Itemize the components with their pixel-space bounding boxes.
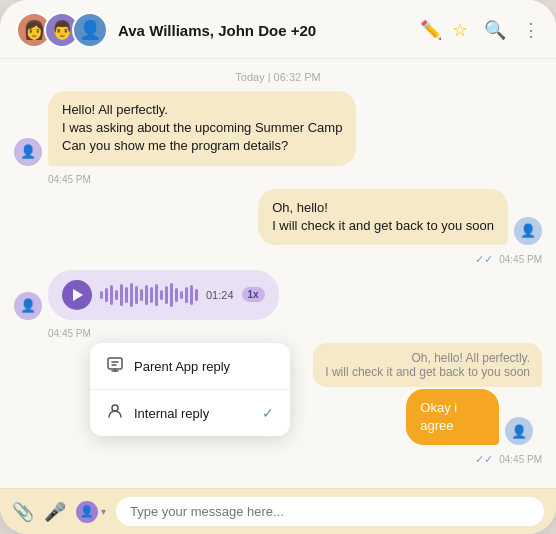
quote-wrap: Oh, hello! All perfectly. I will check i… <box>313 343 542 445</box>
user-avatar-small: 👤 <box>76 501 98 523</box>
sender-avatar-4: 👤 <box>505 417 533 445</box>
chat-header: 👩 👨 👤 Ava Williams, John Doe +20 ✏️ ☆ 🔍 … <box>0 0 556 59</box>
chat-title: Ava Williams, John Doe +20 <box>118 22 410 39</box>
message-input[interactable] <box>116 497 544 526</box>
bubble-outgoing-2: Oh, hello! I will check it and get back … <box>258 189 508 245</box>
edit-icon[interactable]: ✏️ <box>420 19 442 41</box>
user-selector[interactable]: 👤 ▾ <box>76 501 106 523</box>
parent-reply-label: Parent App reply <box>134 359 230 374</box>
time-label-2: ✓✓ 04:45 PM <box>14 253 542 266</box>
sender-avatar-1: 👤 <box>14 138 42 166</box>
internal-reply-label: Internal reply <box>134 406 209 421</box>
play-button[interactable] <box>62 280 92 310</box>
svg-rect-0 <box>108 358 122 369</box>
message-row-outgoing-2: Oh, hello! I will check it and get back … <box>14 189 542 245</box>
caret-icon: ▾ <box>101 506 106 517</box>
date-label: Today | 06:32 PM <box>14 63 542 87</box>
message-row-voice-3: 👤 <box>14 270 542 320</box>
parent-app-icon <box>106 355 124 377</box>
attachment-icon[interactable]: 📎 <box>12 501 34 523</box>
time-label-1: 04:45 PM <box>14 174 542 185</box>
chat-area: Today | 06:32 PM 👤 Hello! All perfectly.… <box>0 59 556 488</box>
search-icon[interactable]: 🔍 <box>484 19 506 41</box>
star-icon[interactable]: ☆ <box>452 19 468 41</box>
header-actions: ☆ 🔍 ⋮ <box>452 19 540 41</box>
chat-window: 👩 👨 👤 Ava Williams, John Doe +20 ✏️ ☆ 🔍 … <box>0 0 556 534</box>
check-icon: ✓ <box>262 405 274 421</box>
quote-bubble: Oh, hello! All perfectly. I will check i… <box>313 343 542 387</box>
context-item-internal-reply[interactable]: Internal reply ✓ <box>90 390 290 436</box>
voice-duration: 01:24 <box>206 289 234 301</box>
speed-badge[interactable]: 1x <box>242 287 265 302</box>
avatar-3: 👤 <box>72 12 108 48</box>
context-menu: Parent App reply Internal reply ✓ <box>90 343 290 436</box>
sender-avatar-2: 👤 <box>514 217 542 245</box>
voice-bubble: 01:24 1x <box>48 270 279 320</box>
svg-point-1 <box>112 405 118 411</box>
bubble-incoming-1: Hello! All perfectly. I was asking about… <box>48 91 356 166</box>
sender-avatar-3: 👤 <box>14 292 42 320</box>
time-label-4: ✓✓ 04:45 PM <box>14 453 542 466</box>
more-options-icon[interactable]: ⋮ <box>522 19 540 41</box>
time-label-3: 04:45 PM <box>14 328 542 339</box>
internal-reply-icon <box>106 402 124 424</box>
bubble-ok: Okay i agree <box>406 389 498 445</box>
context-item-parent-reply[interactable]: Parent App reply <box>90 343 290 390</box>
waveform <box>100 281 198 309</box>
message-row-incoming-1: 👤 Hello! All perfectly. I was asking abo… <box>14 91 542 166</box>
mic-icon[interactable]: 🎤 <box>44 501 66 523</box>
avatar-group: 👩 👨 👤 <box>16 12 108 48</box>
bottom-bar: 📎 🎤 👤 ▾ <box>0 488 556 534</box>
